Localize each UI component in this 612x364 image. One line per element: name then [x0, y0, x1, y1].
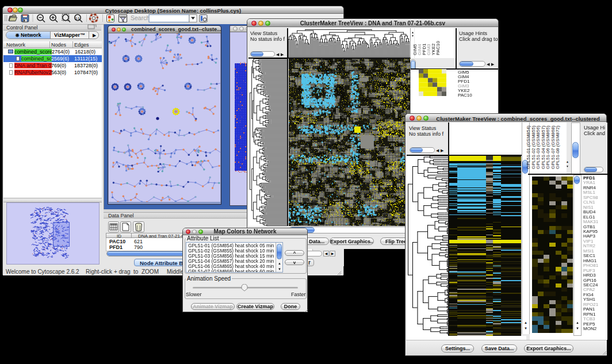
svg-text:1:1: 1:1: [75, 17, 79, 20]
svg-text:Search:: Search:: [131, 14, 151, 21]
